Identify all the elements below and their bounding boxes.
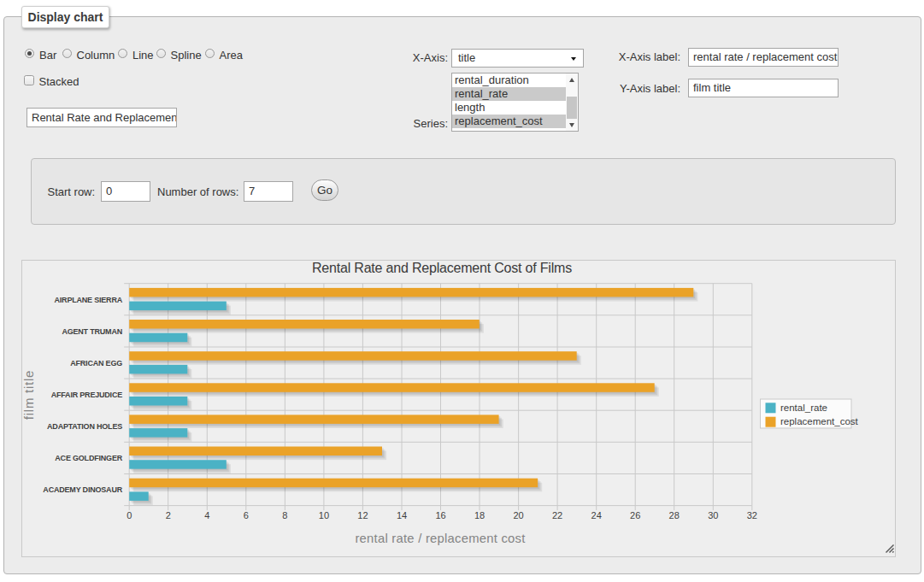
svg-text:32: 32 (747, 510, 757, 520)
svg-text:film title: film title (22, 370, 36, 420)
svg-text:Rental Rate and Replacement Co: Rental Rate and Replacement Cost of Film… (312, 261, 572, 275)
svg-text:2: 2 (166, 510, 171, 520)
svg-text:28: 28 (669, 510, 680, 520)
svg-text:18: 18 (474, 510, 485, 520)
svg-text:AIRPLANE SIERRA: AIRPLANE SIERRA (54, 296, 122, 304)
svg-text:16: 16 (435, 510, 445, 520)
svg-text:22: 22 (552, 510, 562, 520)
svg-text:24: 24 (591, 510, 602, 520)
svg-text:AGENT TRUMAN: AGENT TRUMAN (62, 327, 122, 336)
svg-text:4: 4 (204, 510, 209, 520)
svg-text:AFFAIR PREJUDICE: AFFAIR PREJUDICE (51, 391, 123, 399)
svg-text:rental rate / replacement cost: rental rate / replacement cost (355, 532, 525, 545)
svg-text:6: 6 (244, 510, 249, 520)
svg-text:ACE GOLDFINGER: ACE GOLDFINGER (55, 454, 122, 462)
svg-text:8: 8 (282, 510, 287, 520)
svg-text:0: 0 (127, 510, 132, 520)
svg-text:26: 26 (630, 510, 640, 520)
svg-text:10: 10 (319, 510, 329, 520)
svg-text:ADAPTATION HOLES: ADAPTATION HOLES (47, 422, 122, 431)
svg-text:30: 30 (708, 510, 718, 520)
svg-text:replacement_cost: replacement_cost (780, 416, 859, 426)
svg-text:20: 20 (513, 510, 523, 520)
svg-text:12: 12 (357, 510, 368, 520)
svg-text:AFRICAN EGG: AFRICAN EGG (70, 359, 122, 367)
svg-text:ACADEMY DINOSAUR: ACADEMY DINOSAUR (43, 485, 122, 494)
svg-text:14: 14 (397, 510, 407, 520)
svg-text:rental_rate: rental_rate (780, 403, 827, 413)
